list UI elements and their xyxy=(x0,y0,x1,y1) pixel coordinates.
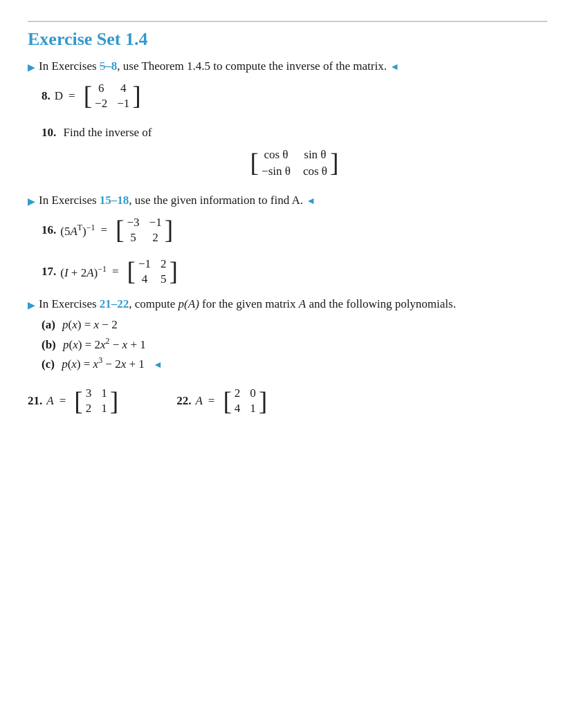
prob8-var: D xyxy=(55,89,63,103)
matrix-grid: 6 4 −2 −1 xyxy=(92,80,132,112)
poly-b: (b) p(x) = 2x2 − x + 1 xyxy=(42,336,547,352)
poly-b-text: p(x) = 2x2 − x + 1 xyxy=(63,338,146,351)
prob22-equals: = xyxy=(208,394,215,408)
cell-r2c1: 2 xyxy=(86,402,92,416)
prob8-matrix: [ 6 4 −2 −1 ] xyxy=(84,80,141,112)
prob16-equals: = xyxy=(100,223,107,237)
cell-r1c1: −3 xyxy=(127,216,139,230)
bracket-right: ] xyxy=(170,259,178,284)
section2-header: ▶ In Exercises 15–18, use the given info… xyxy=(28,194,547,207)
poly-c: (c) p(x) = x3 − 2x + 1 ◄ xyxy=(42,356,547,372)
cell-r1c1: cos θ xyxy=(264,148,288,162)
page-title: Exercise Set 1.4 xyxy=(28,21,547,50)
prob8-equals: = xyxy=(69,89,75,103)
problem-8: 8. D = [ 6 4 −2 −1 ] xyxy=(42,80,547,112)
bracket-left: [ xyxy=(250,150,259,176)
cell-r2c2: cos θ xyxy=(303,165,327,178)
cell-r2c2: −1 xyxy=(117,97,129,111)
bracket-right: ] xyxy=(132,83,140,109)
cell-r2c1: 5 xyxy=(130,231,136,245)
matrix-grid: cos θ sin θ −sin θ cos θ xyxy=(259,147,330,180)
section2-text: In Exercises 15–18, use the given inform… xyxy=(39,194,547,207)
problem-22-label: 22. xyxy=(176,394,191,408)
prob21-matrix: [ 3 1 2 1 ] xyxy=(74,385,118,417)
cell-r2c2: 5 xyxy=(161,272,167,286)
problem-17-label: 17. xyxy=(42,265,56,279)
cell-r1c2: 2 xyxy=(161,257,167,271)
prob21-equals: = xyxy=(60,394,66,408)
matrix-grid: −3 −1 5 2 xyxy=(124,214,164,246)
cell-r1c1: 3 xyxy=(86,386,92,400)
bracket-right: ] xyxy=(165,217,173,243)
problem-16-label: 16. xyxy=(42,223,56,237)
cell-r1c2: 1 xyxy=(101,386,107,400)
bracket-right: ] xyxy=(259,389,267,414)
prob16-matrix: [ −3 −1 5 2 ] xyxy=(116,214,173,246)
problem-10: 10. Find the inverse of [ cos θ sin θ −s… xyxy=(42,126,547,180)
prob10-find: Find the inverse of xyxy=(64,126,152,139)
bracket-right: ] xyxy=(330,150,338,176)
cell-r1c2: −1 xyxy=(149,216,162,230)
section3-text: In Exercises 21–22, compute p(A) for the… xyxy=(39,297,547,311)
matrix-grid: −1 2 4 5 xyxy=(136,256,170,288)
problem-17: 17. (I + 2A)−1 = [ −1 2 4 5 ] xyxy=(42,256,547,288)
cell-r2c1: 4 xyxy=(235,402,241,416)
poly-c-label: (c) xyxy=(42,357,55,371)
triangle-right-icon-2: ▶ xyxy=(28,196,35,207)
triangle-right-icon-3: ▶ xyxy=(28,299,35,311)
prob17-equals: = xyxy=(112,265,119,279)
poly-b-label: (b) xyxy=(42,338,56,351)
cell-r2c1: −2 xyxy=(95,97,107,111)
prob17-matrix: [ −1 2 4 5 ] xyxy=(127,256,179,288)
bracket-left: [ xyxy=(116,217,124,243)
cell-r1c1: 6 xyxy=(98,82,104,95)
problem-10-label: 10. xyxy=(42,126,56,139)
prob10-matrix-wrap: [ cos θ sin θ −sin θ cos θ ] xyxy=(42,147,547,180)
prob16-expr: (5AT)−1 xyxy=(60,223,95,239)
problems-21-22-row: 21. A = [ 3 1 2 1 ] 22. A = [ 2 0 4 1 ] xyxy=(28,385,547,417)
range-end-2: 18 xyxy=(117,194,129,207)
cell-r2c2: 2 xyxy=(152,231,158,245)
problem-22: 22. A = [ 2 0 4 1 ] xyxy=(176,385,270,417)
range-start-3: 21 xyxy=(100,297,111,310)
poly-c-text: p(x) = x3 − 2x + 1 xyxy=(62,357,145,371)
range-end-3: 22 xyxy=(117,297,129,310)
poly-a: (a) p(x) = x − 2 xyxy=(42,318,547,332)
poly-c-end-triangle: ◄ xyxy=(153,360,163,370)
section1-header: ▶ In Exercises 5–8, use Theorem 1.4.5 to… xyxy=(28,59,547,73)
bracket-left: [ xyxy=(84,83,92,109)
cell-r1c2: 0 xyxy=(250,386,256,400)
triangle-right-icon: ▶ xyxy=(28,62,35,73)
cell-r2c1: −sin θ xyxy=(262,165,291,178)
cell-r1c1: 2 xyxy=(235,386,241,400)
problem-16: 16. (5AT)−1 = [ −3 −1 5 2 ] xyxy=(42,214,547,246)
poly-a-text: p(x) = x − 2 xyxy=(62,318,118,331)
poly-a-label: (a) xyxy=(42,318,55,331)
section1-end-triangle: ◄ xyxy=(390,62,399,72)
cell-r1c2: 4 xyxy=(120,82,127,95)
polynomials-section: (a) p(x) = x − 2 (b) p(x) = 2x2 − x + 1 … xyxy=(28,318,547,371)
prob10-text: 10. Find the inverse of xyxy=(42,126,547,140)
problem-8-label: 8. xyxy=(42,89,51,103)
prob22-matrix: [ 2 0 4 1 ] xyxy=(223,385,267,417)
prob10-matrix: [ cos θ sin θ −sin θ cos θ ] xyxy=(250,147,339,180)
range-start-2: 15 xyxy=(100,194,111,207)
bracket-left: [ xyxy=(74,389,82,414)
section2-end-triangle: ◄ xyxy=(306,196,316,206)
matrix-grid: 3 1 2 1 xyxy=(83,385,110,417)
section3-header: ▶ In Exercises 21–22, compute p(A) for t… xyxy=(28,297,547,311)
prob21-var: A xyxy=(46,394,53,408)
problem-21: 21. A = [ 3 1 2 1 ] xyxy=(28,385,121,417)
cell-r1c2: sin θ xyxy=(304,148,326,162)
matrix-grid: 2 0 4 1 xyxy=(232,385,259,417)
problem-21-label: 21. xyxy=(28,394,42,408)
prob17-expr: (I + 2A)−1 xyxy=(60,264,107,280)
section1-text: In Exercises 5–8, use Theorem 1.4.5 to c… xyxy=(39,59,547,73)
bracket-right: ] xyxy=(110,389,118,414)
bracket-left: [ xyxy=(127,259,136,284)
bracket-left: [ xyxy=(223,389,231,414)
cell-r2c1: 4 xyxy=(142,272,148,286)
cell-r2c2: 1 xyxy=(101,402,107,416)
cell-r1c1: −1 xyxy=(138,257,151,271)
prob22-var: A xyxy=(195,394,202,408)
